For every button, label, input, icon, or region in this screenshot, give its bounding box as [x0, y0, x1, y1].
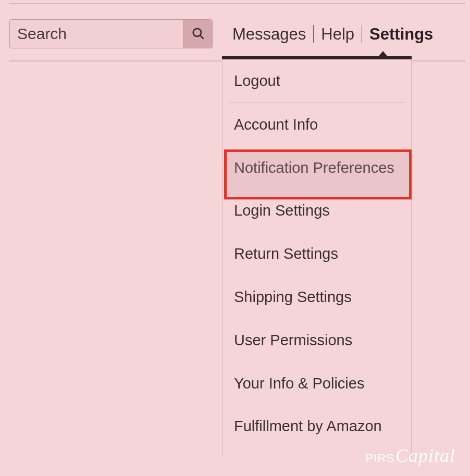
search-button[interactable]	[183, 20, 212, 48]
nav-messages[interactable]: Messages	[225, 24, 313, 43]
search-wrap	[9, 19, 213, 48]
watermark-capital: Capital	[395, 445, 455, 467]
search-input[interactable]	[10, 20, 183, 48]
search-icon	[191, 27, 205, 42]
watermark: PIRS Capital	[366, 445, 455, 467]
menu-item-user-permissions[interactable]: User Permissions	[222, 319, 411, 362]
nav-settings[interactable]: Settings	[362, 24, 440, 43]
menu-item-shipping-settings[interactable]: Shipping Settings	[222, 275, 411, 319]
menu-item-logout[interactable]: Logout	[222, 59, 411, 103]
settings-dropdown: Logout Account Info Notification Prefere…	[222, 59, 412, 458]
nav-help[interactable]: Help	[314, 24, 362, 43]
top-nav: Messages Help Settings	[225, 19, 440, 48]
top-divider	[9, 3, 465, 4]
svg-line-1	[200, 35, 203, 39]
menu-item-notification-preferences[interactable]: Notification Preferences	[222, 146, 411, 190]
menu-item-your-info-policies[interactable]: Your Info & Policies	[222, 362, 411, 405]
menu-item-login-settings[interactable]: Login Settings	[222, 189, 411, 232]
menu-item-fulfillment-by-amazon[interactable]: Fulfillment by Amazon	[222, 405, 411, 448]
menu-item-account-info[interactable]: Account Info	[222, 103, 411, 146]
header-row: Messages Help Settings	[9, 19, 465, 48]
menu-item-return-settings[interactable]: Return Settings	[222, 232, 411, 275]
watermark-pirs: PIRS	[366, 452, 394, 465]
